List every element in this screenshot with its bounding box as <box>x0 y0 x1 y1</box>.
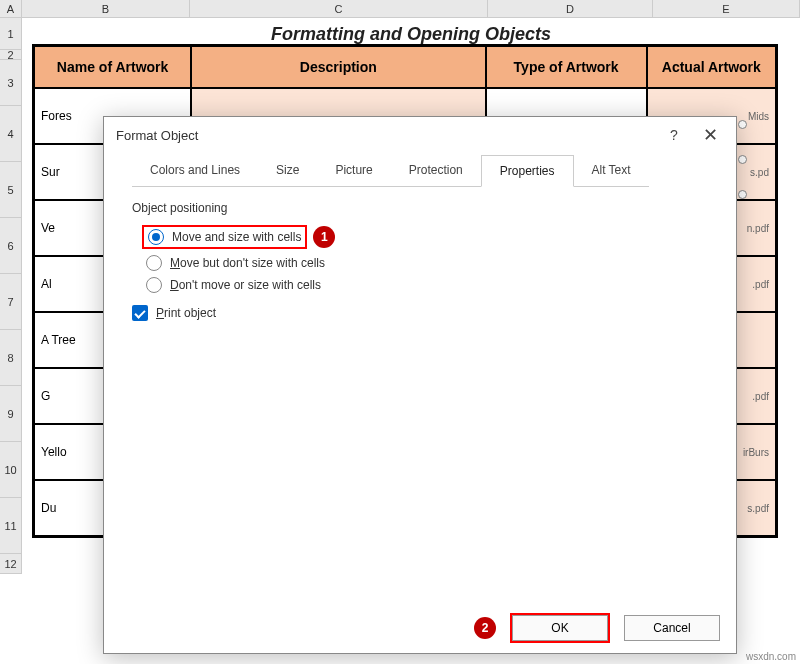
column-header-c[interactable]: C <box>190 0 488 17</box>
radio-icon[interactable] <box>146 255 162 271</box>
column-header-e[interactable]: E <box>653 0 800 17</box>
tab-colors-and-lines[interactable]: Colors and Lines <box>132 155 258 187</box>
row-headers: 1 2 3 4 5 6 7 8 9 10 11 12 <box>0 18 22 574</box>
row-header-2[interactable]: 2 <box>0 50 21 60</box>
header-actual: Actual Artwork <box>647 46 776 88</box>
tab-size[interactable]: Size <box>258 155 317 187</box>
selection-handle-icon[interactable] <box>738 155 747 164</box>
row-header-11[interactable]: 11 <box>0 498 21 554</box>
radio-icon[interactable] <box>146 277 162 293</box>
row-header-7[interactable]: 7 <box>0 274 21 330</box>
column-header-b[interactable]: B <box>22 0 190 17</box>
checkbox-icon[interactable] <box>132 305 148 321</box>
row-header-10[interactable]: 10 <box>0 442 21 498</box>
tab-protection[interactable]: Protection <box>391 155 481 187</box>
annotation-badge-2: 2 <box>474 617 496 639</box>
dialog-help-button[interactable]: ? <box>660 121 688 149</box>
format-object-dialog: Format Object ? ✕ Colors and Lines Size … <box>103 116 737 654</box>
tab-alt-text[interactable]: Alt Text <box>574 155 649 187</box>
column-headers: A B C D E <box>0 0 800 18</box>
row-header-1[interactable]: 1 <box>0 18 21 50</box>
dialog-title: Format Object <box>116 128 660 143</box>
column-header-d[interactable]: D <box>488 0 653 17</box>
dialog-close-button[interactable]: ✕ <box>696 121 724 149</box>
radio-dont-move-label[interactable]: Don't move or size with cells <box>170 278 321 292</box>
row-header-6[interactable]: 6 <box>0 218 21 274</box>
radio-move-and-size-label[interactable]: Move and size with cells <box>172 230 301 244</box>
header-description: Description <box>191 46 485 88</box>
header-name: Name of Artwork <box>34 46 191 88</box>
tab-properties[interactable]: Properties <box>481 155 574 187</box>
row-header-5[interactable]: 5 <box>0 162 21 218</box>
ok-button[interactable]: OK <box>512 615 608 641</box>
annotation-highlight-2: OK <box>510 613 610 643</box>
tabstrip: Colors and Lines Size Picture Protection… <box>132 155 708 187</box>
tab-picture[interactable]: Picture <box>317 155 390 187</box>
object-positioning-label: Object positioning <box>132 201 708 215</box>
header-type: Type of Artwork <box>486 46 647 88</box>
annotation-badge-1: 1 <box>313 226 335 248</box>
radio-icon[interactable] <box>148 229 164 245</box>
selection-handle-icon[interactable] <box>738 120 747 129</box>
annotation-highlight-1: Move and size with cells <box>142 225 307 249</box>
watermark: wsxdn.com <box>746 651 796 662</box>
row-header-12[interactable]: 12 <box>0 554 21 574</box>
selection-handle-icon[interactable] <box>738 190 747 199</box>
cancel-button[interactable]: Cancel <box>624 615 720 641</box>
row-header-8[interactable]: 8 <box>0 330 21 386</box>
column-header-a[interactable]: A <box>0 0 22 17</box>
checkbox-print-object-label[interactable]: Print object <box>156 306 216 320</box>
radio-move-only-label[interactable]: Move but don't size with cells <box>170 256 325 270</box>
row-header-3[interactable]: 3 <box>0 60 21 106</box>
row-header-4[interactable]: 4 <box>0 106 21 162</box>
row-header-9[interactable]: 9 <box>0 386 21 442</box>
